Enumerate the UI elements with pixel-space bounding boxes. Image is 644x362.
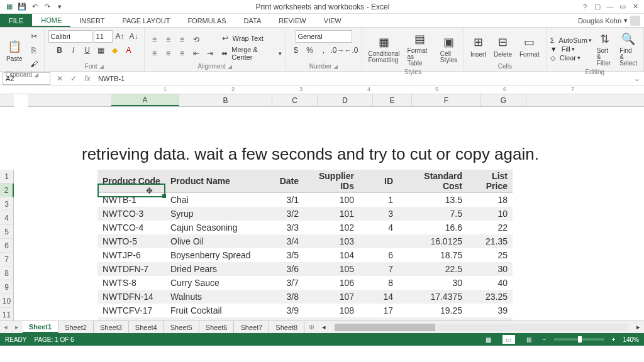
autosum-button[interactable]: Σ AutoSum▾ — [550, 36, 592, 44]
font-size-select[interactable]: 11 — [94, 30, 113, 43]
cell[interactable]: NWTDFN-7 — [97, 262, 165, 276]
cell[interactable]: 17.4375 — [398, 290, 467, 304]
cell[interactable]: NWTS-8 — [97, 276, 165, 290]
tab-home[interactable]: HOME — [32, 14, 70, 27]
align-top-icon[interactable]: ≡ — [148, 33, 161, 46]
enter-formula-icon[interactable]: ✓ — [67, 72, 80, 85]
align-bottom-icon[interactable]: ≡ — [176, 33, 189, 46]
cell[interactable]: 4 — [359, 221, 398, 234]
border-icon[interactable]: ▦ — [95, 44, 108, 57]
horizontal-scrollbar[interactable]: ◂ ▸ — [318, 321, 644, 333]
cell[interactable]: Dried Pears — [165, 262, 258, 276]
cell[interactable]: 10 — [467, 207, 513, 221]
sheet-tab[interactable]: Sheet3 — [94, 321, 129, 333]
delete-cells-button[interactable]: ⊟Delete — [491, 33, 514, 59]
conditional-formatting-button[interactable]: ▦Conditional Formatting — [366, 33, 402, 65]
column-header-cell[interactable]: Supplier IDs — [304, 170, 359, 193]
cancel-formula-icon[interactable]: ✕ — [53, 72, 67, 85]
clear-button[interactable]: ◇ Clear▾ — [550, 54, 592, 62]
ribbon-options-icon[interactable]: ▢ — [592, 2, 602, 12]
align-right-icon[interactable]: ≡ — [176, 47, 189, 60]
dialog-launcher-icon[interactable]: ◢ — [333, 63, 338, 70]
align-middle-icon[interactable]: ≡ — [162, 33, 175, 46]
table-row[interactable]: NWTDFN-7Dried Pears3/6105722.530 — [97, 262, 513, 276]
cell[interactable]: Biscuits Mix — [165, 317, 258, 321]
cell[interactable]: 3/7 — [258, 276, 304, 290]
sheet-tab[interactable]: Sheet5 — [164, 321, 199, 333]
cell[interactable]: 30 — [398, 276, 467, 290]
cell[interactable]: NWTCO-4 — [97, 221, 165, 234]
table-row[interactable]: NWTCFV-17Fruit Cocktail3/91081719.2539 — [97, 304, 513, 317]
italic-icon[interactable]: I — [67, 44, 80, 57]
redo-icon[interactable]: ↷ — [42, 1, 53, 13]
row-header[interactable]: 7 — [0, 253, 14, 266]
restore-icon[interactable]: ▭ — [618, 2, 628, 12]
scroll-thumb[interactable] — [335, 324, 435, 331]
sheet-tab[interactable]: Sheet7 — [234, 321, 269, 333]
cell[interactable]: Boysenberry Spread — [165, 248, 258, 262]
row-header[interactable]: 4 — [0, 211, 14, 225]
format-cells-button[interactable]: ▭Format — [517, 33, 542, 59]
cell[interactable]: 1 — [359, 193, 398, 207]
font-color-icon[interactable]: A — [123, 44, 135, 57]
cell[interactable]: 3/6 — [258, 262, 304, 276]
format-as-table-button[interactable]: ▤Format as Table — [405, 30, 435, 68]
cell[interactable]: 17 — [359, 304, 398, 317]
row-header[interactable]: 8 — [0, 266, 14, 280]
save-icon[interactable]: 💾 — [16, 1, 28, 13]
cell[interactable]: 103 — [304, 234, 359, 248]
column-header-cell[interactable]: List Price — [467, 170, 513, 193]
merge-center-button[interactable]: ⬌Merge & Center▾ — [219, 46, 282, 61]
tab-file[interactable]: FILE — [0, 14, 32, 27]
cell[interactable]: 3/10 — [258, 317, 304, 321]
dialog-launcher-icon[interactable]: ◢ — [228, 63, 232, 70]
align-center-icon[interactable]: ≡ — [162, 47, 175, 60]
row-header[interactable]: 10 — [0, 294, 14, 308]
cell[interactable]: 3/3 — [258, 221, 304, 234]
scroll-left-icon[interactable]: ◂ — [322, 323, 326, 331]
cell[interactable]: 102 — [304, 221, 359, 234]
zoom-in-icon[interactable]: + — [612, 336, 616, 343]
cell[interactable]: 40 — [467, 276, 513, 290]
table-row[interactable]: NWTO-5Olive Oil3/410316.012521.35 — [97, 234, 513, 248]
cell[interactable]: 104 — [304, 248, 359, 262]
cell[interactable]: 3/8 — [258, 290, 304, 304]
cell[interactable]: Fruit Cocktail — [165, 304, 258, 317]
cell[interactable]: 23.25 — [467, 290, 513, 304]
cell[interactable]: 9.2 — [467, 317, 513, 321]
table-row[interactable]: NWTS-8Curry Sauce3/710683040 — [97, 276, 513, 290]
sheet-tab[interactable]: Sheet1 — [23, 321, 58, 333]
page-break-view-icon[interactable]: ⊞ — [523, 335, 535, 344]
tab-formulas[interactable]: FORMULAS — [179, 14, 235, 27]
col-header-b[interactable]: B — [179, 94, 272, 106]
cell[interactable]: 100 — [304, 193, 359, 207]
minimize-icon[interactable]: — — [605, 2, 615, 12]
bold-icon[interactable]: B — [53, 44, 66, 57]
cell[interactable]: 22 — [467, 221, 513, 234]
scroll-right-icon[interactable]: ▸ — [636, 323, 640, 331]
sheet-tab[interactable]: Sheet2 — [58, 321, 94, 333]
cell[interactable]: 105 — [304, 262, 359, 276]
col-header-g[interactable]: G — [481, 94, 526, 106]
table-row[interactable]: NWTBGM-19Biscuits Mix3/10109196.99.2 — [97, 317, 513, 321]
font-name-select[interactable]: Calibri — [48, 30, 92, 43]
cell[interactable]: 3/4 — [258, 234, 304, 248]
cut-icon[interactable]: ✂ — [28, 30, 40, 43]
col-header-d[interactable]: D — [318, 94, 373, 106]
cell[interactable]: 3/5 — [258, 248, 304, 262]
comma-icon[interactable]: , — [318, 44, 330, 57]
underline-icon[interactable]: U — [81, 44, 94, 57]
decrease-decimal-icon[interactable]: ←.0 — [345, 44, 358, 57]
cell[interactable]: NWTJP-6 — [97, 248, 165, 262]
row-header[interactable]: 2 — [0, 184, 14, 197]
excel-icon[interactable]: ▦ — [4, 1, 15, 13]
percent-icon[interactable]: % — [304, 44, 316, 57]
row-header[interactable]: 9 — [0, 280, 14, 294]
cell[interactable]: NWTO-5 — [97, 234, 165, 248]
close-icon[interactable]: ✕ — [630, 2, 640, 12]
col-header-e[interactable]: E — [373, 94, 412, 106]
cell[interactable]: Olive Oil — [165, 234, 258, 248]
cell[interactable]: 3/9 — [258, 304, 304, 317]
cell[interactable]: 109 — [304, 317, 359, 321]
cell[interactable]: 39 — [467, 304, 513, 317]
